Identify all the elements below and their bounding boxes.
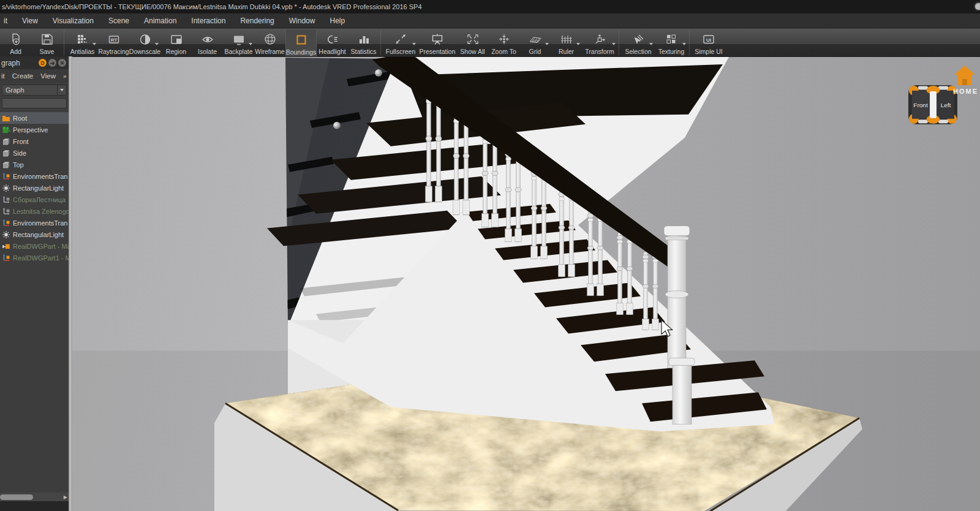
raytracing-icon [107, 31, 121, 47]
save-button[interactable]: Save [31, 29, 62, 56]
show-all-button[interactable]: Show All [457, 29, 488, 56]
tree-node-environmentstran2[interactable]: EnvironmentsTran [0, 217, 69, 229]
zoom-to-icon [497, 31, 511, 47]
tree-node-rectangularlight2[interactable]: RectangularLight [0, 229, 69, 240]
scenegraph-panel: graph D ➜ ✕ it Create View » Graph Root … [0, 56, 69, 511]
dropdown-arrow-icon[interactable] [249, 43, 252, 45]
texturing-button[interactable]: Texturing [655, 29, 688, 56]
scrollbar-right-arrow-icon[interactable]: ▶ [64, 494, 67, 500]
dropdown-arrow-icon[interactable] [682, 43, 686, 45]
scenegraph-title: graph [1, 59, 20, 67]
backplate-button[interactable]: Backplate [223, 29, 254, 56]
tree-node-environmentstran[interactable]: EnvironmentsTran [0, 170, 69, 182]
headlight-icon [325, 31, 340, 47]
wireframe-button[interactable]: Wireframe [254, 29, 285, 56]
close-panel-button[interactable]: ✕ [58, 59, 66, 67]
tree-node-perspective[interactable]: Perspective [0, 124, 69, 135]
menu-scene[interactable]: Scene [108, 17, 129, 25]
tree-node-sborka-lestnitsa[interactable]: СборкаЛестница [0, 194, 69, 205]
window-title: s/viktorhome/YandexDisk/ПРОЕКТЫ - ТЕКУЩИ… [0, 3, 422, 10]
scenegraph-menu-view[interactable]: View [40, 72, 56, 80]
antialias-button[interactable]: Antialias [67, 29, 98, 56]
presentation-button[interactable]: Presentation [418, 29, 457, 56]
view-cube[interactable]: Front Left [908, 85, 957, 124]
isolate-icon [200, 31, 215, 47]
cube-left-label[interactable]: Left [941, 102, 951, 108]
title-bar[interactable]: s/viktorhome/YandexDisk/ПРОЕКТЫ - ТЕКУЩИ… [0, 0, 980, 13]
scenegraph-header[interactable]: graph D ➜ ✕ [0, 56, 69, 69]
window-control-icon[interactable] [974, 2, 980, 11]
wireframe-icon [263, 31, 277, 47]
menu-animation[interactable]: Animation [144, 17, 176, 25]
combo-arrow-icon[interactable] [57, 85, 66, 95]
selection-icon [631, 31, 646, 47]
dropdown-arrow-icon[interactable] [155, 43, 159, 45]
dropdown-arrow-icon[interactable] [92, 43, 96, 45]
scrollbar-thumb[interactable] [0, 494, 33, 500]
tree-node-top[interactable]: Top [0, 159, 69, 170]
antialias-icon [75, 31, 90, 47]
grid-icon [528, 31, 543, 47]
selection-button[interactable]: Selection [622, 29, 655, 56]
tree-node-realdwgpart1[interactable]: RealDWGPart1 - M [0, 252, 69, 263]
boundings-button[interactable]: Boundings [285, 29, 317, 56]
headlight-button[interactable]: Headlight [317, 29, 348, 56]
downscale-button[interactable]: Downscale [129, 29, 160, 56]
isolate-button[interactable]: Isolate [192, 29, 223, 56]
presentation-icon [430, 31, 445, 47]
menu-window[interactable]: Window [289, 17, 315, 25]
group-node-icon [2, 207, 10, 216]
toolbar-separator [64, 30, 66, 55]
raytracing-button[interactable]: Raytracing [98, 29, 129, 56]
dropdown-arrow-icon[interactable] [649, 43, 653, 45]
cube-front-label[interactable]: Front [913, 102, 928, 108]
menu-interaction[interactable]: Interaction [191, 17, 225, 25]
view-box-icon [2, 161, 10, 169]
tree-node-lestnitsa-zelenogo[interactable]: Lestnitsa Zelenogo [0, 205, 69, 217]
menu-help[interactable]: Help [330, 17, 345, 25]
tree-node-rectangularlight[interactable]: RectangularLight [0, 182, 69, 194]
dropdown-arrow-icon[interactable] [545, 43, 549, 45]
fullscreen-button[interactable]: Fullscreen [383, 29, 418, 56]
vred-application-window: s/viktorhome/YandexDisk/ПРОЕКТЫ - ТЕКУЩИ… [0, 0, 980, 511]
scenegraph-menu-create[interactable]: Create [12, 72, 34, 80]
detach-arrow-button[interactable]: ➜ [48, 59, 56, 67]
downscale-icon [138, 31, 153, 47]
dropdown-arrow-icon[interactable] [612, 43, 616, 45]
folder-icon [2, 114, 10, 123]
view-box-icon [2, 137, 10, 146]
part-icon [2, 242, 10, 251]
transform-node-icon [2, 172, 10, 181]
dropdown-arrow-icon[interactable] [576, 43, 580, 45]
menu-rendering[interactable]: Rendering [240, 17, 274, 25]
tree-node-side[interactable]: Side [0, 147, 69, 159]
horizontal-scrollbar[interactable]: ▶ [0, 493, 69, 501]
dock-button[interactable]: D [39, 59, 47, 67]
tree-node-realdwgpart[interactable]: RealDWGPart - Ma [0, 240, 69, 252]
fullscreen-icon [393, 31, 408, 47]
view-box-icon [2, 149, 10, 157]
ruler-button[interactable]: Ruler [551, 29, 582, 56]
overflow-chevron-icon[interactable]: » [63, 73, 69, 80]
scenegraph-menu-edit[interactable]: it [1, 72, 5, 80]
render-viewport[interactable]: Front Left HOME [72, 56, 980, 511]
menu-visualization[interactable]: Visualization [53, 17, 94, 25]
transform-button[interactable]: Transform [582, 29, 617, 56]
dropdown-arrow-icon[interactable] [412, 43, 416, 45]
add-button[interactable]: Add [0, 29, 31, 56]
scenegraph-filter-input[interactable] [2, 98, 67, 108]
graph-mode-dropdown[interactable]: Graph [2, 85, 67, 96]
ruler-icon [559, 31, 574, 47]
tree-node-front[interactable]: Front [0, 135, 69, 147]
zoom-to-button[interactable]: Zoom To [488, 29, 519, 56]
statistics-button[interactable]: Statistics [348, 29, 379, 56]
menu-edit[interactable]: it [4, 17, 7, 25]
home-label: HOME [953, 88, 978, 95]
tree-node-root[interactable]: Root [0, 112, 69, 124]
simple-ui-button[interactable]: Simple UI [692, 29, 725, 56]
grid-button[interactable]: Grid [519, 29, 551, 56]
region-button[interactable]: Region [160, 29, 192, 56]
region-icon [169, 31, 184, 47]
menu-view[interactable]: View [22, 17, 38, 25]
simple-ui-icon [701, 31, 716, 47]
